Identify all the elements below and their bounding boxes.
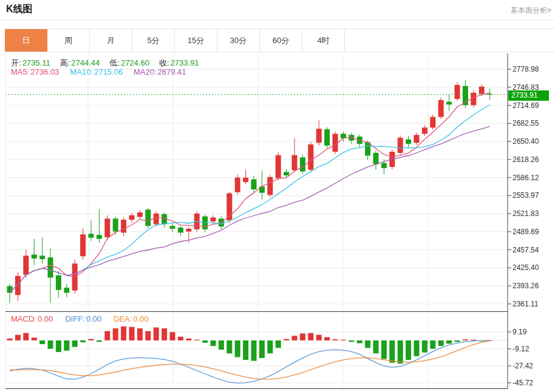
candle bbox=[276, 152, 281, 180]
candle bbox=[202, 215, 208, 232]
candle-body bbox=[235, 178, 240, 192]
tab-30分[interactable]: 30分 bbox=[217, 29, 260, 52]
candle-body bbox=[121, 220, 126, 232]
candle bbox=[422, 126, 427, 137]
candle bbox=[455, 82, 460, 101]
ma5-label: MA5: bbox=[11, 67, 29, 76]
candle bbox=[89, 220, 94, 241]
candle bbox=[226, 192, 232, 223]
macd-hist-bar bbox=[324, 337, 330, 340]
candle bbox=[162, 212, 167, 228]
candle-body bbox=[300, 157, 305, 171]
tab-4时[interactable]: 4时 bbox=[302, 29, 345, 52]
candle-body bbox=[23, 255, 29, 274]
y-axis-label: 2778.98 bbox=[512, 65, 539, 73]
candle-body bbox=[430, 117, 435, 128]
macd-readout: MACD:0.00 DIFF:0.00 DEA:0.00 bbox=[11, 314, 150, 323]
macd-hist-bar bbox=[219, 340, 224, 350]
candle-body bbox=[422, 127, 427, 133]
ma10-value: 2715.06 bbox=[94, 67, 123, 76]
macd-hist-bar bbox=[267, 340, 273, 353]
macd-hist-bar bbox=[365, 340, 370, 348]
candle-body bbox=[398, 138, 403, 153]
candle-body bbox=[129, 215, 135, 220]
ma10-readout: MA10:2715.06 bbox=[70, 67, 124, 76]
macd-hist-bar bbox=[292, 336, 298, 340]
candle-body bbox=[251, 179, 257, 189]
candle-body bbox=[308, 144, 313, 170]
candle-body bbox=[89, 234, 94, 237]
candle bbox=[137, 210, 143, 219]
candle bbox=[373, 150, 379, 169]
macd-hist-bar bbox=[72, 340, 78, 347]
axis-labels: 2778.982746.832714.692682.552650.402618.… bbox=[508, 65, 539, 387]
candle-body bbox=[414, 135, 420, 143]
candles-layer bbox=[7, 80, 493, 303]
open-label: 开: bbox=[11, 58, 21, 67]
candle-body bbox=[186, 229, 191, 232]
candle-body bbox=[97, 235, 102, 238]
candle bbox=[104, 215, 110, 240]
tab-60分[interactable]: 60分 bbox=[260, 29, 302, 52]
macd-hist-bar bbox=[284, 339, 289, 340]
candle-body bbox=[373, 153, 379, 164]
y-axis-label: 2618.26 bbox=[512, 155, 539, 164]
candle bbox=[56, 271, 61, 297]
gridlines bbox=[5, 53, 508, 389]
candle-body bbox=[32, 255, 37, 259]
y-axis-label: 2361.11 bbox=[512, 300, 539, 308]
y-axis-label: 2425.40 bbox=[512, 263, 539, 272]
candle-body bbox=[284, 172, 289, 175]
candle-body bbox=[381, 163, 387, 168]
candle-body bbox=[292, 155, 298, 171]
ma5-line bbox=[10, 93, 490, 293]
y-axis-label: 2489.69 bbox=[512, 228, 539, 236]
candle bbox=[243, 170, 248, 184]
candle bbox=[398, 135, 403, 155]
candle bbox=[316, 120, 322, 146]
macd-hist-bar bbox=[463, 339, 468, 340]
macd-hist-bar bbox=[316, 335, 322, 340]
y-axis-label: 2586.12 bbox=[512, 174, 539, 182]
ma5-readout: MA5:2736.03 bbox=[11, 67, 60, 76]
high-value: 2744.44 bbox=[71, 58, 100, 67]
candle bbox=[487, 89, 492, 100]
candle bbox=[32, 239, 37, 266]
candle bbox=[170, 223, 175, 232]
macd-hist-bar bbox=[446, 340, 452, 343]
low-value: 2724.60 bbox=[121, 58, 149, 67]
close-label: 收: bbox=[159, 58, 169, 67]
candle bbox=[7, 284, 13, 303]
ma10-line bbox=[10, 105, 490, 293]
candle-body bbox=[39, 255, 45, 259]
candle-body bbox=[154, 214, 159, 225]
candle-body bbox=[316, 129, 322, 143]
candle bbox=[97, 209, 102, 243]
candle bbox=[48, 248, 53, 303]
candle bbox=[80, 228, 86, 260]
y-axis-label: 2393.26 bbox=[512, 282, 539, 290]
tab-5分[interactable]: 5分 bbox=[132, 29, 175, 52]
y-axis-label: 2714.69 bbox=[512, 101, 539, 110]
candle-body bbox=[15, 276, 21, 295]
tab-月[interactable]: 月 bbox=[90, 29, 132, 52]
candle-body bbox=[438, 100, 444, 117]
macd-hist-bar bbox=[235, 340, 240, 357]
tab-日[interactable]: 日 bbox=[5, 29, 47, 52]
macd-hist-bar bbox=[341, 340, 346, 340]
candle-body bbox=[48, 257, 53, 277]
macd-hist-bar bbox=[137, 328, 143, 340]
candle bbox=[324, 127, 330, 148]
fundamental-analysis-link[interactable]: 基本面分析> bbox=[511, 5, 551, 16]
tab-15分[interactable]: 15分 bbox=[175, 29, 217, 52]
page-title: K线图 bbox=[6, 3, 33, 16]
ma5-value: 2736.03 bbox=[30, 67, 59, 76]
macd-hist-bar bbox=[243, 340, 248, 360]
tab-周[interactable]: 周 bbox=[47, 29, 90, 52]
current-price-tag: 2733.91 bbox=[508, 90, 549, 101]
macd-hist-bar bbox=[129, 327, 135, 340]
macd-hist-bar bbox=[80, 340, 86, 342]
y-axis-label: 9.19 bbox=[512, 328, 527, 336]
candle-body bbox=[104, 218, 110, 237]
macd-hist-bar bbox=[389, 340, 395, 363]
